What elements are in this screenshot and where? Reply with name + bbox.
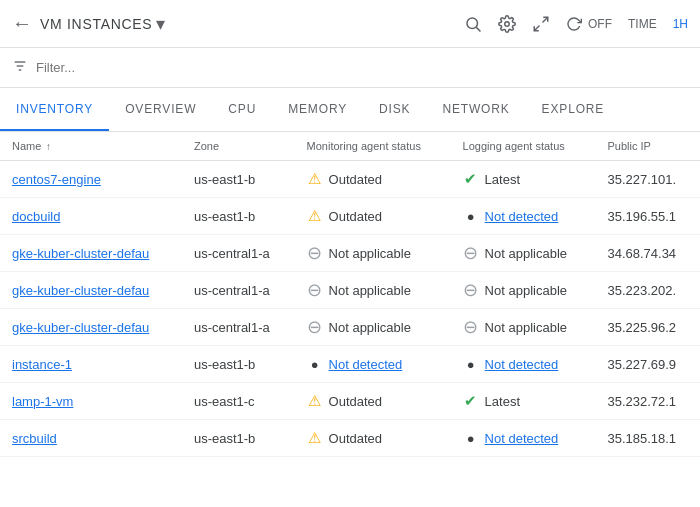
table-row: gke-kuber-cluster-defauus-central1-a⊖Not… <box>0 235 700 272</box>
cell-zone: us-east1-b <box>182 161 295 198</box>
search-icon[interactable] <box>464 15 482 33</box>
cell-public-ip: 35.225.96.2 <box>595 309 700 346</box>
status-cell: ●Not detected <box>463 208 584 224</box>
cell-monitoring: ⚠Outdated <box>295 198 451 235</box>
cell-zone: us-central1-a <box>182 309 295 346</box>
cell-public-ip: 35.196.55.1 <box>595 198 700 235</box>
cell-logging: ✔Latest <box>451 383 596 420</box>
success-icon: ✔ <box>463 171 479 187</box>
cell-name: srcbuild <box>0 420 182 457</box>
cell-monitoring: ⊖Not applicable <box>295 309 451 346</box>
na-icon: ⊖ <box>307 319 323 335</box>
dark-circle-icon: ● <box>307 356 323 372</box>
status-cell: ●Not detected <box>463 356 584 372</box>
cell-monitoring: ⚠Outdated <box>295 161 451 198</box>
time-value[interactable]: 1H <box>673 17 688 31</box>
cell-name: gke-kuber-cluster-defau <box>0 235 182 272</box>
status-cell: ⊖Not applicable <box>307 282 439 298</box>
warning-icon: ⚠ <box>307 208 323 224</box>
col-monitoring: Monitoring agent status <box>295 132 451 161</box>
status-cell: ●Not detected <box>463 430 584 446</box>
cell-monitoring: ⊖Not applicable <box>295 272 451 309</box>
table-row: centos7-engineus-east1-b⚠Outdated✔Latest… <box>0 161 700 198</box>
tab-memory[interactable]: MEMORY <box>272 88 363 131</box>
cell-public-ip: 35.232.72.1 <box>595 383 700 420</box>
tab-overview[interactable]: OVERVIEW <box>109 88 212 131</box>
vm-name-link[interactable]: centos7-engine <box>12 172 101 187</box>
svg-line-4 <box>534 25 539 30</box>
vm-name-link[interactable]: lamp-1-vm <box>12 394 73 409</box>
cell-logging: ✔Latest <box>451 161 596 198</box>
vm-name-link[interactable]: docbuild <box>12 209 60 224</box>
cell-public-ip: 35.185.18.1 <box>595 420 700 457</box>
tab-disk[interactable]: DISK <box>363 88 426 131</box>
col-logging: Logging agent status <box>451 132 596 161</box>
cell-monitoring: ⚠Outdated <box>295 383 451 420</box>
filter-input[interactable] <box>36 60 688 75</box>
header: ← VM INSTANCES ▾ <box>0 0 700 48</box>
title-dropdown-icon[interactable]: ▾ <box>156 13 166 35</box>
status-cell: ●Not detected <box>307 356 439 372</box>
cell-zone: us-east1-b <box>182 198 295 235</box>
svg-point-0 <box>467 18 478 29</box>
fullscreen-icon[interactable] <box>532 15 550 33</box>
time-label[interactable]: TIME <box>628 17 657 31</box>
cell-zone: us-east1-b <box>182 346 295 383</box>
tab-inventory[interactable]: INVENTORY <box>0 88 109 131</box>
cell-name: gke-kuber-cluster-defau <box>0 272 182 309</box>
svg-point-2 <box>505 21 510 26</box>
status-cell: ✔Latest <box>463 171 584 187</box>
col-zone: Zone <box>182 132 295 161</box>
col-name[interactable]: Name ↑ <box>0 132 182 161</box>
cell-zone: us-central1-a <box>182 272 295 309</box>
cell-logging: ●Not detected <box>451 198 596 235</box>
cell-logging: ●Not detected <box>451 420 596 457</box>
cell-name: gke-kuber-cluster-defau <box>0 309 182 346</box>
refresh-label: OFF <box>588 17 612 31</box>
cell-name: lamp-1-vm <box>0 383 182 420</box>
back-button[interactable]: ← <box>12 12 32 35</box>
status-cell: ⊖Not applicable <box>307 245 439 261</box>
title-text: VM INSTANCES <box>40 16 152 32</box>
filter-bar <box>0 48 700 88</box>
status-cell: ✔Latest <box>463 393 584 409</box>
table-row: instance-1us-east1-b●Not detected●Not de… <box>0 346 700 383</box>
status-cell: ⊖Not applicable <box>463 245 584 261</box>
success-icon: ✔ <box>463 393 479 409</box>
tab-explore[interactable]: EXPLORE <box>526 88 621 131</box>
status-cell: ⚠Outdated <box>307 393 439 409</box>
cell-monitoring: ●Not detected <box>295 346 451 383</box>
tab-cpu[interactable]: CPU <box>212 88 272 131</box>
refresh-icon[interactable]: OFF <box>566 16 612 32</box>
cell-logging: ⊖Not applicable <box>451 272 596 309</box>
cell-public-ip: 34.68.74.34 <box>595 235 700 272</box>
vm-name-link[interactable]: instance-1 <box>12 357 72 372</box>
status-cell: ⚠Outdated <box>307 208 439 224</box>
warning-icon: ⚠ <box>307 171 323 187</box>
vm-name-link[interactable]: gke-kuber-cluster-defau <box>12 283 149 298</box>
status-cell: ⊖Not applicable <box>463 319 584 335</box>
vm-name-link[interactable]: gke-kuber-cluster-defau <box>12 320 149 335</box>
warning-icon: ⚠ <box>307 430 323 446</box>
vm-name-link[interactable]: gke-kuber-cluster-defau <box>12 246 149 261</box>
tab-network[interactable]: NETWORK <box>426 88 525 131</box>
vm-name-link[interactable]: srcbuild <box>12 431 57 446</box>
col-public_ip: Public IP <box>595 132 700 161</box>
header-actions: OFF TIME 1H <box>464 15 688 33</box>
table-row: gke-kuber-cluster-defauus-central1-a⊖Not… <box>0 272 700 309</box>
status-cell: ⚠Outdated <box>307 430 439 446</box>
settings-icon[interactable] <box>498 15 516 33</box>
na-icon: ⊖ <box>463 245 479 261</box>
cell-zone: us-east1-c <box>182 383 295 420</box>
table-container: Name ↑ZoneMonitoring agent statusLogging… <box>0 132 700 507</box>
cell-public-ip: 35.227.101. <box>595 161 700 198</box>
cell-logging: ⊖Not applicable <box>451 235 596 272</box>
na-icon: ⊖ <box>463 282 479 298</box>
svg-line-1 <box>476 27 480 31</box>
table-row: srcbuildus-east1-b⚠Outdated●Not detected… <box>0 420 700 457</box>
cell-logging: ⊖Not applicable <box>451 309 596 346</box>
tabs-bar: INVENTORYOVERVIEWCPUMEMORYDISKNETWORKEXP… <box>0 88 700 132</box>
cell-zone: us-central1-a <box>182 235 295 272</box>
vm-table: Name ↑ZoneMonitoring agent statusLogging… <box>0 132 700 457</box>
na-icon: ⊖ <box>307 282 323 298</box>
